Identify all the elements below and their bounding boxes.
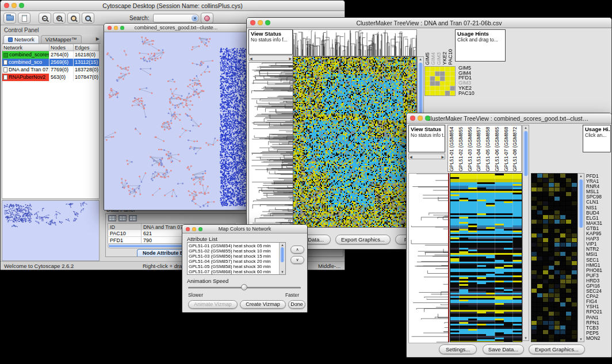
done-button[interactable]: Done <box>288 300 305 309</box>
scroll-up-icon[interactable]: ▲ <box>418 57 423 62</box>
minimize-icon[interactable] <box>258 20 263 25</box>
search-input[interactable]: ▾ <box>153 14 199 22</box>
network-view-titlebar[interactable]: combined_scores_good.txt--cluste... <box>104 24 248 32</box>
maximize-icon[interactable] <box>425 116 430 121</box>
scroll-left-icon[interactable]: ◀ <box>250 56 253 60</box>
scroll-right-icon[interactable]: ▶ <box>289 56 292 60</box>
settings-button[interactable]: Settings... <box>439 344 477 354</box>
attribute-select-icon[interactable] <box>118 215 127 221</box>
vertical-scrollbar[interactable]: ▲ ▼ <box>279 243 285 274</box>
scroll-up-icon[interactable]: ▲ <box>280 243 285 247</box>
cluster-matrix-canvas[interactable] <box>424 66 456 96</box>
annotation-icon[interactable] <box>201 13 213 24</box>
attribute-table-icon[interactable] <box>108 215 116 221</box>
scroll-up-icon[interactable]: ▲ <box>523 125 529 130</box>
tab-overflow-icon[interactable]: ▶ <box>96 36 100 41</box>
close-icon[interactable] <box>108 26 112 30</box>
scrollbar-thumb[interactable] <box>579 179 583 228</box>
tab-network[interactable]: Network <box>3 35 39 43</box>
heatmap-canvas[interactable] <box>293 56 417 228</box>
attribute-item[interactable]: GPL51-04 (GSM857) heat shock 20 min <box>189 259 278 264</box>
cluster-heatmap-canvas[interactable] <box>531 173 578 342</box>
zoom-in-icon[interactable] <box>53 13 66 24</box>
slider-thumb[interactable] <box>241 284 247 290</box>
main-titlebar[interactable]: Cytoscape Desktop (Session Name: collins… <box>1 1 345 11</box>
column-header-id[interactable]: ID <box>108 224 141 230</box>
export-graphics-button[interactable]: Export Graphics... <box>529 344 585 354</box>
move-down-button[interactable]: ∨ <box>290 256 304 264</box>
attribute-item[interactable]: GPL51-07 (GSM868) heat shock 60 min <box>189 269 278 274</box>
attribute-item[interactable]: GPL51-05 (GSM858) heat shock 30 min <box>189 264 278 269</box>
network-row[interactable]: RNAPuberNov2 563(0) 107847(0) <box>2 74 99 81</box>
heatmap-canvas[interactable] <box>450 173 522 342</box>
vertical-scrollbar[interactable]: ▲ ▼ <box>577 173 584 342</box>
network-canvas[interactable] <box>105 33 247 210</box>
array-column-label[interactable]: GPL51-01 (GSM854 <box>449 127 458 171</box>
vertical-scrollbar[interactable]: ▲ ▼ <box>522 125 529 341</box>
zoom-fit-icon[interactable] <box>82 13 94 24</box>
network-overview-canvas[interactable] <box>2 201 99 260</box>
close-icon[interactable] <box>250 20 255 25</box>
minimize-icon[interactable] <box>114 26 118 30</box>
row-dendrogram-canvas[interactable] <box>408 173 449 343</box>
move-up-button[interactable]: ∧ <box>290 246 304 254</box>
attribute-item[interactable]: GPL51-03 (GSM856) heat shock 15 min <box>189 254 278 259</box>
close-icon[interactable] <box>4 3 9 8</box>
minimize-icon[interactable] <box>12 3 17 8</box>
horizontal-scrollbar[interactable]: ◀▶ <box>408 154 445 159</box>
gene-label[interactable]: GIM5 <box>424 29 430 65</box>
gene-label[interactable]: PAC10 <box>458 91 475 96</box>
row-dendrogram-canvas[interactable] <box>248 62 293 227</box>
gene-label[interactable]: GIM3 <box>436 29 441 65</box>
scrollbar-thumb[interactable] <box>280 247 284 262</box>
scrollbar-thumb[interactable] <box>523 131 528 176</box>
export-graphics-button[interactable]: Export Graphics... <box>335 235 391 244</box>
treeview-dna-titlebar[interactable]: ClusterMaker TreeView : DNA and Tran 07-… <box>247 18 611 28</box>
zoom-selected-icon[interactable] <box>67 13 80 24</box>
scroll-down-icon[interactable]: ▼ <box>523 336 529 340</box>
array-column-label[interactable]: GPL51-07 (GSM868 <box>503 127 512 171</box>
gene-label[interactable]: YKE2 <box>442 29 447 65</box>
horizontal-scrollbar[interactable]: ◀▶ <box>248 55 293 61</box>
animation-speed-slider[interactable] <box>188 283 301 292</box>
network-row[interactable]: combined_scores 2764(0) 16218(0) <box>2 51 99 59</box>
column-header-network[interactable]: Network <box>2 44 49 51</box>
maximize-icon[interactable] <box>19 3 24 8</box>
tab-vizmapper[interactable]: VizMapper™ <box>41 35 82 43</box>
gene-label[interactable]: GIM4 <box>430 29 435 65</box>
close-icon[interactable] <box>410 116 415 121</box>
array-column-label[interactable]: GPL51-02 (GSM855 <box>458 127 467 171</box>
create-vizmap-button[interactable]: Create Vizmap <box>240 300 286 309</box>
network-row[interactable]: DNA and Tran 07 7769(0) 183728(0) <box>2 66 99 74</box>
maximize-icon[interactable] <box>265 20 270 25</box>
scroll-down-icon[interactable]: ▼ <box>280 270 285 274</box>
import-icon[interactable] <box>18 13 30 24</box>
save-data-button[interactable]: Save Data... <box>483 344 524 354</box>
attribute-list[interactable]: GPL51-01 (GSM854) heat shock 05 minGPL51… <box>187 242 286 275</box>
zoom-out-icon[interactable] <box>39 13 51 24</box>
scrollbar-thumb[interactable] <box>418 63 423 113</box>
array-column-label[interactable]: GPL51-08 (GSM872 <box>512 127 521 171</box>
minimize-icon[interactable] <box>418 116 423 121</box>
maximize-icon[interactable] <box>198 227 202 231</box>
gene-label[interactable]: MON2 <box>586 336 612 341</box>
attribute-item[interactable]: GPL51-01 (GSM854) heat shock 05 min <box>189 243 278 248</box>
gene-label[interactable]: PAC10 <box>447 29 453 65</box>
network-row-selected[interactable]: combined_sco 2569(6) 13112(15) <box>2 59 99 66</box>
scroll-up-icon[interactable]: ▲ <box>578 174 584 178</box>
array-column-label[interactable]: GPL51-04 (GSM857 <box>476 127 485 171</box>
close-icon[interactable] <box>186 227 190 231</box>
attribute-create-icon[interactable] <box>129 215 137 221</box>
dialog-titlebar[interactable]: Map Colors to Network <box>182 225 307 233</box>
attribute-item[interactable]: GPL51-02 (GSM855) heat shock 10 min <box>189 248 278 254</box>
network-overview-panel[interactable] <box>2 200 100 261</box>
column-dendrogram-canvas[interactable] <box>293 29 417 56</box>
column-header-nodes[interactable]: Nodes <box>49 44 74 51</box>
scroll-left-icon[interactable]: ◀ <box>410 155 412 159</box>
minimize-icon[interactable] <box>192 227 196 231</box>
open-folder-icon[interactable] <box>3 13 16 24</box>
array-column-label[interactable]: GPL51-06 (GSM865 <box>494 127 503 171</box>
scroll-right-icon[interactable]: ▶ <box>441 155 444 159</box>
array-column-label[interactable]: GPL51-03 (GSM856 <box>467 127 476 171</box>
array-column-label[interactable]: GPL51-05 (GSM858 <box>485 127 494 171</box>
